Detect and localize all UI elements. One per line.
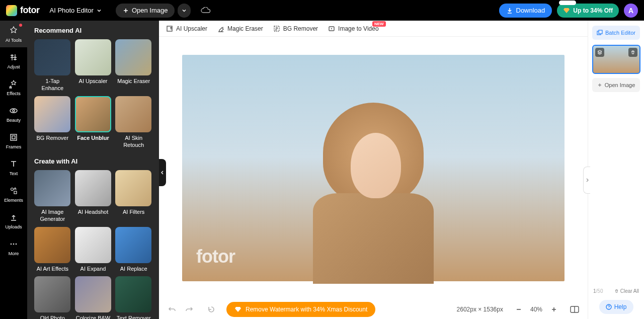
magic-eraser-icon [217, 25, 224, 32]
tool-label: Face Unblur [75, 134, 112, 141]
undo-button[interactable] [166, 303, 178, 315]
watermark-promo-button[interactable]: Remove Watermark with 34% Xmas Discount [226, 302, 375, 317]
tool-label: AI Image Generator [34, 208, 71, 223]
rail-item-elements[interactable]: Elements [0, 181, 27, 207]
thumbnail-layers-button[interactable] [595, 48, 604, 57]
tool-item[interactable]: AI Image Generator [34, 170, 71, 223]
header-right: Download Up to 34% Off A [499, 4, 638, 18]
toolbar-item-label: Magic Eraser [227, 25, 263, 32]
rail-item-beauty[interactable]: Beauty [0, 101, 27, 127]
open-image-small-button[interactable]: Open Image [592, 78, 640, 92]
tool-item[interactable]: Face Unblur [75, 96, 112, 149]
toolbar-image-to-video[interactable]: Image to VideoNEW [328, 25, 379, 32]
tool-item[interactable]: AI Expand [75, 227, 112, 272]
chevron-right-icon [585, 178, 589, 183]
side-panel: Recommend AI 1-Tap EnhanceAI UpscalerMag… [27, 21, 159, 319]
rail-item-effects[interactable]: Effects [0, 74, 27, 101]
rail-item-more[interactable]: More [0, 234, 27, 261]
zoom-in-button[interactable] [548, 304, 559, 315]
open-image-dropdown[interactable] [178, 4, 191, 18]
ai-upscaler-icon [166, 25, 173, 32]
canvas-viewport[interactable]: fotor [159, 37, 588, 299]
watermark-promo-label: Remove Watermark with 34% Xmas Discount [246, 306, 367, 313]
toolbar-bg-remover[interactable]: BG Remover [273, 25, 318, 32]
tool-thumbnail [75, 39, 111, 75]
beauty-icon [9, 106, 19, 116]
download-icon [506, 7, 513, 14]
zoom-out-button[interactable] [513, 304, 524, 315]
tool-item[interactable]: AI Replace [115, 227, 152, 272]
tool-item[interactable]: BG Remover [34, 96, 71, 149]
tool-item[interactable]: AI Upscaler [75, 39, 112, 92]
tool-item[interactable]: Magic Eraser [115, 39, 152, 92]
effects-icon [9, 79, 19, 89]
open-image-button[interactable]: Open Image [116, 4, 175, 18]
chevron-down-icon [182, 8, 187, 13]
counter-row: 1/50 Clear All [592, 286, 640, 296]
tool-item[interactable]: Text Remover [115, 276, 152, 319]
promo-button[interactable]: Up to 34% Off [557, 4, 619, 18]
minus-icon [516, 306, 522, 312]
plus-icon [597, 83, 602, 88]
rail-item-ai-tools[interactable]: AI Tools [0, 21, 27, 47]
help-icon [606, 304, 612, 310]
svg-point-6 [11, 243, 12, 245]
thumbnail-list: Open Image [592, 45, 640, 286]
logo-text: fotor [20, 5, 39, 16]
tool-label: Magic Eraser [115, 77, 152, 85]
rail-item-label: Uploads [5, 224, 22, 229]
layers-icon [597, 30, 603, 36]
compare-button[interactable] [569, 303, 581, 315]
toolbar-ai-upscaler[interactable]: AI Upscaler [166, 25, 207, 32]
avatar[interactable]: A [624, 4, 638, 18]
clear-all-label: Clear All [620, 288, 639, 294]
tool-item[interactable]: AI Headshot [75, 170, 112, 223]
editor-selector[interactable]: AI Photo Editor [49, 7, 101, 14]
thumbnail-delete-button[interactable] [628, 48, 637, 57]
tool-grid-create: AI Image GeneratorAI HeadshotAI FiltersA… [34, 170, 152, 319]
tool-item[interactable]: AI Skin Retouch [115, 96, 152, 149]
tool-label: AI Art Effects [34, 265, 71, 272]
main: AI ToolsAdjustEffectsBeautyFramesTextEle… [0, 21, 644, 319]
tool-item[interactable]: Old Photo Restorer [34, 276, 71, 319]
tool-item[interactable]: 1-Tap Enhance [34, 39, 71, 92]
cloud-sync-button[interactable] [201, 7, 211, 14]
notification-dot [19, 24, 22, 27]
reset-button[interactable] [205, 303, 217, 315]
download-button[interactable]: Download [499, 4, 552, 18]
rail-item-frames[interactable]: Frames [0, 127, 27, 154]
rail-item-text[interactable]: Text [0, 154, 27, 181]
tool-thumbnail [34, 276, 70, 312]
help-label: Help [614, 303, 627, 310]
rail-item-label: Effects [7, 91, 20, 96]
rail-item-label: Elements [4, 198, 23, 203]
history-buttons [166, 303, 217, 315]
tool-item[interactable]: AI Art Effects [34, 227, 71, 272]
right-panel-expand[interactable] [583, 167, 590, 194]
tool-item[interactable]: Colorize B&W Photo [75, 276, 112, 319]
svg-point-7 [13, 243, 15, 245]
clear-all-button[interactable]: Clear All [614, 288, 639, 294]
diamond-icon [234, 306, 242, 312]
canvas-image[interactable]: fotor [182, 55, 565, 281]
svg-point-11 [276, 27, 277, 29]
header: fotor AI Photo Editor Open Image Downloa… [0, 0, 644, 21]
rail-item-label: Beauty [7, 118, 21, 123]
help-button[interactable]: Help [599, 300, 633, 314]
toolbar-magic-eraser[interactable]: Magic Eraser [217, 25, 263, 32]
panel-collapse-button[interactable] [159, 159, 166, 186]
rail-item-uploads[interactable]: Uploads [0, 207, 27, 234]
batch-editor-button[interactable]: Batch Editor [592, 26, 640, 40]
zoom-level: 40% [530, 306, 542, 313]
image-counter: 1/50 [593, 288, 603, 294]
tool-thumbnail [75, 276, 111, 312]
tool-thumbnail [115, 227, 151, 263]
tool-item[interactable]: AI Filters [115, 170, 152, 223]
rail-item-adjust[interactable]: Adjust [0, 47, 27, 74]
logo[interactable]: fotor [6, 5, 39, 16]
redo-button[interactable] [183, 303, 195, 315]
thumbnail-item[interactable] [592, 45, 640, 74]
cloud-icon [201, 7, 211, 14]
elements-icon [9, 186, 19, 196]
tool-thumbnail [115, 170, 151, 206]
